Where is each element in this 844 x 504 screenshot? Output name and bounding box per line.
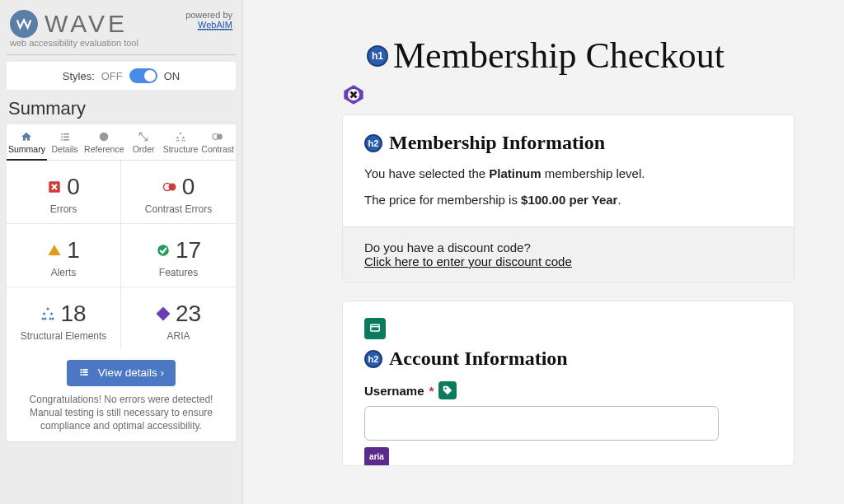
list-icon <box>78 367 90 380</box>
svg-point-6 <box>100 133 109 142</box>
membership-price: $100.00 per Year <box>521 193 617 207</box>
wave-logo-icon <box>10 10 38 38</box>
discount-code-link[interactable]: Click here to enter your discount code <box>364 254 572 268</box>
wave-sidebar: WAVE powered by WebAIM web accessibility… <box>0 0 243 504</box>
discount-strip: Do you have a discount code? Click here … <box>343 226 794 282</box>
tab-reference[interactable]: Reference <box>82 124 125 161</box>
alerts-count: 1 <box>67 237 80 264</box>
svg-rect-31 <box>83 371 88 373</box>
alert-icon <box>47 243 62 258</box>
svg-rect-3 <box>63 136 68 138</box>
username-input[interactable] <box>364 406 719 441</box>
aria-icon <box>156 306 171 321</box>
cell-alerts: 1 Alerts <box>7 224 121 287</box>
svg-point-11 <box>178 140 180 142</box>
svg-point-21 <box>43 313 45 315</box>
svg-point-26 <box>52 318 54 320</box>
svg-rect-30 <box>81 371 82 373</box>
svg-point-25 <box>49 318 52 320</box>
powered-by-label: powered by <box>185 10 232 20</box>
tab-details-label: Details <box>51 144 77 154</box>
discount-question: Do you have a discount code? <box>364 240 772 254</box>
svg-rect-4 <box>61 139 63 141</box>
svg-rect-27 <box>156 307 170 321</box>
account-card: h2 Account Information Username * aria <box>342 301 795 466</box>
summary-heading: Summary <box>8 98 234 119</box>
required-mark: * <box>429 384 434 398</box>
svg-rect-33 <box>83 374 88 376</box>
username-label: Username <box>364 384 424 398</box>
structural-label: Structural Elements <box>10 330 117 342</box>
text: . <box>617 193 621 207</box>
styles-off-label: OFF <box>101 70 123 82</box>
styles-on-label: ON <box>164 70 181 82</box>
svg-rect-29 <box>83 369 88 371</box>
summary-tabs: Summary Details Reference Order Structur… <box>7 124 236 161</box>
brand-row: WAVE powered by WebAIM <box>7 7 236 40</box>
svg-point-15 <box>217 134 223 140</box>
contrast-errors-count: 0 <box>182 174 195 200</box>
styles-label: Styles: <box>63 70 95 82</box>
aria-count: 23 <box>176 301 201 327</box>
svg-point-24 <box>45 318 47 320</box>
membership-level: Platinum <box>489 166 541 180</box>
fieldset-badge-icon <box>364 318 386 339</box>
svg-point-9 <box>182 137 184 138</box>
h1-badge-icon: h1 <box>367 45 388 67</box>
styles-toggle[interactable] <box>129 68 157 83</box>
svg-rect-1 <box>63 133 68 135</box>
tab-contrast[interactable]: Contrast <box>199 124 236 161</box>
errors-label: Errors <box>10 203 117 215</box>
h2-badge-icon: h2 <box>364 350 382 368</box>
cell-structural: 18 Structural Elements <box>7 287 121 350</box>
membership-line2: The price for membership is $100.00 per … <box>364 190 772 210</box>
membership-heading: Membership Information <box>389 132 605 154</box>
tab-order-label: Order <box>133 144 155 154</box>
list-icon <box>59 131 72 142</box>
cell-aria: 23 ARIA <box>121 287 236 350</box>
summary-panel: Summary Details Reference Order Structur… <box>7 124 236 441</box>
svg-point-10 <box>176 140 177 142</box>
contrast-icon <box>211 131 224 142</box>
svg-rect-0 <box>61 133 63 135</box>
alerts-label: Alerts <box>10 267 117 278</box>
view-details-button[interactable]: View details › <box>67 360 176 386</box>
brand-subtitle: web accessibility evaluation tool <box>7 38 236 48</box>
aria-label: ARIA <box>124 330 232 342</box>
svg-rect-5 <box>63 139 68 141</box>
svg-point-7 <box>180 133 181 134</box>
svg-rect-28 <box>81 369 82 371</box>
membership-card: h2 Membership Information You have selec… <box>342 114 795 282</box>
tab-summary[interactable]: Summary <box>7 124 47 161</box>
tab-structure-label: Structure <box>163 144 199 154</box>
svg-point-19 <box>157 245 169 256</box>
powered-by: powered by WebAIM <box>185 10 232 30</box>
cell-contrast-errors: 0 Contrast Errors <box>121 161 236 224</box>
cell-features: 17 Features <box>121 224 236 287</box>
svg-point-38 <box>445 388 447 390</box>
page-main: h1 Membership Checkout h2 Membership Inf… <box>243 0 844 504</box>
view-details-label: View details › <box>98 366 164 379</box>
svg-point-18 <box>168 184 176 191</box>
svg-point-8 <box>176 137 178 138</box>
page-title: Membership Checkout <box>393 35 724 77</box>
svg-rect-32 <box>81 374 82 376</box>
h2-badge-icon: h2 <box>364 134 382 152</box>
features-count: 17 <box>176 237 201 264</box>
tab-details[interactable]: Details <box>47 124 82 161</box>
tab-order[interactable]: Order <box>126 124 162 161</box>
home-icon <box>20 131 33 142</box>
contrast-error-icon <box>162 180 177 194</box>
h1-row: h1 Membership Checkout <box>367 35 795 77</box>
tab-structure[interactable]: Structure <box>162 124 200 161</box>
structural-count: 18 <box>60 301 86 327</box>
username-label-row: Username * <box>364 381 772 399</box>
webaim-link[interactable]: WebAIM <box>198 20 232 30</box>
noscript-badge-icon <box>342 83 365 106</box>
text: membership level. <box>542 166 645 180</box>
svg-point-20 <box>47 308 49 310</box>
summary-grid: 0 Errors 0 Contrast Errors 1 Alerts <box>7 161 236 350</box>
error-icon <box>47 180 62 194</box>
cell-errors: 0 Errors <box>7 161 121 224</box>
membership-line1: You have selected the Platinum membershi… <box>364 164 772 184</box>
